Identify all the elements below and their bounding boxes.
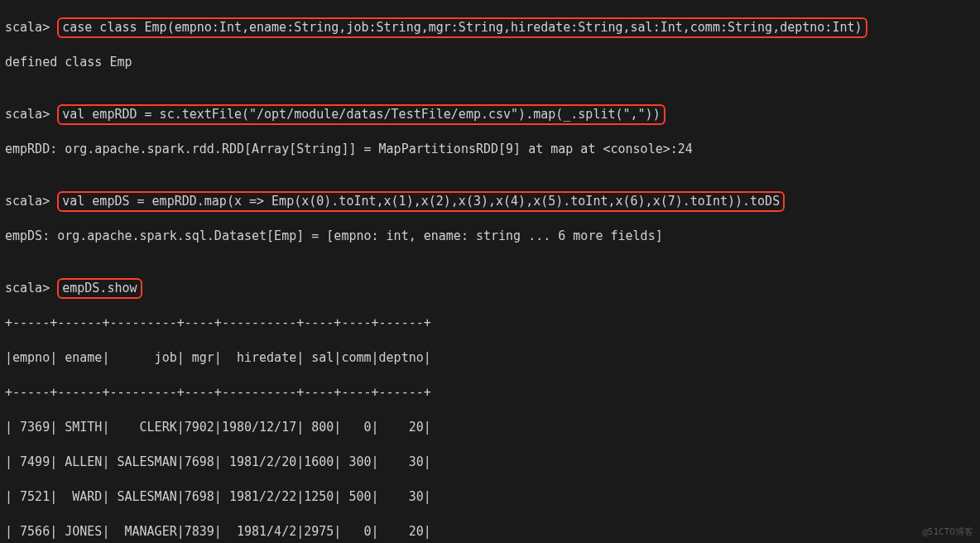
table-row: | 7566| JONES| MANAGER|7839| 1981/4/2|29… — [5, 523, 975, 541]
table-header: |empno| ename| job| mgr| hiredate| sal|c… — [5, 349, 975, 367]
table-row: | 7499| ALLEN| SALESMAN|7698| 1981/2/20|… — [5, 454, 975, 471]
highlight-emprdd: val empRDD = sc.textFile("/opt/module/da… — [57, 104, 665, 125]
scala-prompt: scala> — [5, 107, 57, 122]
output-defined: defined class Emp — [5, 54, 975, 71]
terminal-output[interactable]: scala> case class Emp(empno:Int,ename:St… — [0, 0, 980, 543]
table-row: | 7521| WARD| SALESMAN|7698| 1981/2/22|1… — [5, 488, 975, 506]
highlight-empds: val empDS = empRDD.map(x => Emp(x(0).toI… — [57, 191, 785, 212]
cmd-line-3: scala> val empDS = empRDD.map(x => Emp(x… — [5, 193, 975, 210]
output-emprdd: empRDD: org.apache.spark.rdd.RDD[Array[S… — [5, 141, 975, 158]
highlight-show: empDS.show — [57, 278, 142, 299]
output-empds: empDS: org.apache.spark.sql.Dataset[Emp]… — [5, 228, 975, 245]
highlight-case-class: case class Emp(empno:Int,ename:String,jo… — [57, 17, 867, 38]
table-sep: +-----+------+---------+----+----------+… — [5, 315, 975, 332]
scala-prompt: scala> — [5, 281, 57, 296]
cmd-line-4: scala> empDS.show — [5, 280, 975, 297]
table-row: | 7369| SMITH| CLERK|7902|1980/12/17| 80… — [5, 419, 975, 436]
watermark-text: @51CTO博客 — [922, 526, 973, 538]
table-sep: +-----+------+---------+----+----------+… — [5, 384, 975, 401]
cmd-line-2: scala> val empRDD = sc.textFile("/opt/mo… — [5, 106, 975, 123]
scala-prompt: scala> — [5, 194, 57, 209]
scala-prompt: scala> — [5, 20, 57, 35]
cmd-line-1: scala> case class Emp(empno:Int,ename:St… — [5, 19, 975, 36]
